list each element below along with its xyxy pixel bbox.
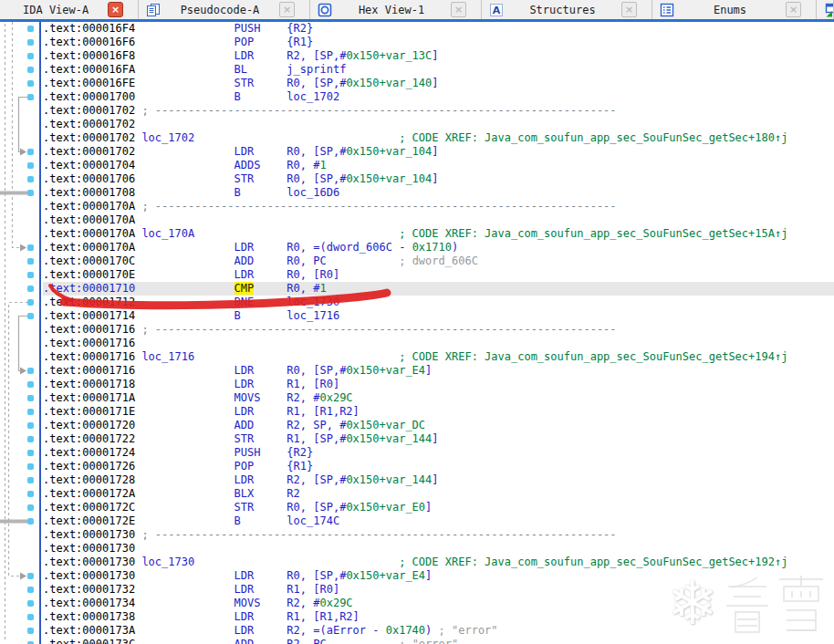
operand[interactable]: 0x150+var_104 bbox=[346, 172, 432, 185]
mnemonic[interactable]: STR bbox=[235, 77, 255, 89]
address[interactable]: .text:000016F6 bbox=[43, 36, 135, 48]
asm-line[interactable]: .text:00001704 ADDS R0, #1 bbox=[43, 159, 834, 172]
operand[interactable]: ) bbox=[452, 241, 458, 254]
operand[interactable]: ] bbox=[425, 364, 432, 377]
asm-line[interactable]: .text:00001738 LDR R1, [R1,R2] bbox=[43, 610, 834, 624]
operand[interactable]: ] bbox=[432, 432, 438, 445]
address[interactable]: .text:00001730 bbox=[43, 528, 135, 541]
operand[interactable]: loc_16D6 bbox=[287, 186, 339, 199]
asm-line[interactable]: .text:00001730 LDR R0, [SP,#0x150+var_E4… bbox=[43, 569, 834, 583]
operand[interactable]: R0, [SP,# bbox=[287, 364, 346, 377]
asm-line[interactable]: .text:00001714 B loc_1716 bbox=[43, 309, 834, 323]
operand[interactable]: ] bbox=[432, 473, 438, 486]
operand[interactable]: 0x150+var_144 bbox=[346, 432, 432, 445]
address[interactable]: .text:00001730 bbox=[43, 569, 135, 582]
operand[interactable]: ] bbox=[432, 172, 438, 185]
xref-comment[interactable]: ; CODE XREF: Java_com_soufun_app_sec_Sou… bbox=[399, 227, 787, 240]
address[interactable]: .text:00001710 bbox=[43, 282, 135, 295]
asm-line[interactable]: .text:0000170A ; -----------------------… bbox=[43, 200, 834, 213]
operand[interactable]: 1 bbox=[319, 282, 326, 295]
asm-line[interactable]: .text:00001710 CMP R0, #1 bbox=[43, 282, 834, 296]
asm-line[interactable]: .text:00001706 STR R0, [SP,#0x150+var_10… bbox=[43, 172, 834, 186]
asm-line[interactable]: .text:00001712 BNE loc_1730 bbox=[43, 296, 834, 309]
address[interactable]: .text:00001720 bbox=[43, 419, 135, 431]
address[interactable]: .text:00001714 bbox=[43, 309, 135, 322]
asm-line[interactable]: .text:00001732 LDR R1, [R0] bbox=[43, 583, 834, 597]
address[interactable]: .text:0000173A bbox=[43, 624, 135, 637]
address[interactable]: .text:00001718 bbox=[43, 378, 135, 390]
operand[interactable]: R0, =(dword_606C - bbox=[287, 241, 412, 254]
asm-line[interactable]: .text:00001718 LDR R1, [R0] bbox=[43, 378, 834, 391]
operand[interactable]: R0, [SP,# bbox=[287, 569, 346, 582]
address[interactable]: .text:0000172C bbox=[43, 501, 135, 514]
mnemonic[interactable]: B bbox=[235, 514, 241, 527]
address[interactable]: .text:000016F8 bbox=[43, 49, 135, 62]
mnemonic[interactable]: STR bbox=[235, 432, 255, 445]
address[interactable]: .text:00001722 bbox=[43, 432, 135, 445]
xref-comment[interactable]: ; CODE XREF: Java_com_soufun_app_sec_Sou… bbox=[399, 131, 787, 144]
operand[interactable]: {R1} bbox=[287, 36, 313, 48]
operand[interactable]: ] bbox=[432, 77, 438, 89]
operand[interactable]: 0x1740 bbox=[386, 624, 425, 637]
mnemonic[interactable]: ADD bbox=[235, 419, 255, 431]
address[interactable]: .text:0000172E bbox=[43, 514, 135, 527]
operand[interactable]: R2, SP, # bbox=[287, 419, 346, 431]
operand[interactable]: R1, [R1,R2] bbox=[287, 610, 359, 623]
mnemonic[interactable]: LDR bbox=[235, 241, 255, 254]
mnemonic[interactable]: B bbox=[235, 90, 241, 103]
operand[interactable]: 0x1710 bbox=[412, 241, 452, 254]
address[interactable]: .text:00001732 bbox=[43, 583, 135, 596]
mnemonic[interactable]: POP bbox=[235, 460, 255, 473]
operand[interactable]: 0x150+var_E4 bbox=[346, 569, 425, 582]
mnemonic[interactable]: LDR bbox=[235, 49, 255, 62]
operand[interactable]: R1, [SP,# bbox=[287, 432, 346, 445]
address[interactable]: .text:00001728 bbox=[43, 473, 135, 486]
address[interactable]: .text:00001702 bbox=[43, 145, 135, 158]
asm-line[interactable]: .text:0000173A LDR R2, =(aError - 0x1740… bbox=[43, 624, 834, 638]
address[interactable]: .text:00001730 bbox=[43, 556, 135, 568]
mnemonic[interactable]: LDR bbox=[235, 378, 255, 390]
code-label[interactable]: loc_1716 bbox=[141, 350, 194, 363]
mnemonic[interactable]: POP bbox=[235, 36, 255, 48]
operand[interactable]: R0, [SP,# bbox=[287, 501, 346, 514]
address[interactable]: .text:00001704 bbox=[43, 159, 135, 171]
mnemonic[interactable]: MOVS bbox=[235, 597, 261, 609]
operand[interactable]: {R1} bbox=[287, 460, 313, 473]
close-tab-icon[interactable]: × bbox=[279, 2, 295, 17]
asm-line[interactable]: .text:0000170A loc_170A ; CODE XREF: Jav… bbox=[43, 227, 834, 241]
asm-line[interactable]: .text:00001702 LDR R0, [SP,#0x150+var_10… bbox=[43, 145, 834, 159]
operand[interactable]: R2, PC bbox=[287, 638, 326, 644]
asm-line[interactable]: .text:00001728 LDR R2, [SP,#0x150+var_14… bbox=[43, 473, 834, 487]
tab-pseudocode-a[interactable]: Pseudocode-A× bbox=[139, 0, 310, 19]
mnemonic[interactable]: MOVS bbox=[235, 391, 261, 404]
address[interactable]: .text:0000170A bbox=[43, 200, 135, 213]
mnemonic[interactable]: LDR bbox=[235, 145, 255, 158]
address[interactable]: .text:000016FE bbox=[43, 77, 135, 89]
operand[interactable]: 1 bbox=[319, 159, 326, 171]
mnemonic[interactable]: LDR bbox=[235, 473, 255, 486]
asm-line[interactable]: .text:00001716 loc_1716 ; CODE XREF: Jav… bbox=[43, 350, 834, 364]
asm-line[interactable]: .text:00001702 loc_1702 ; CODE XREF: Jav… bbox=[43, 131, 834, 145]
operand[interactable]: j_sprintf bbox=[287, 63, 346, 76]
close-tab-icon[interactable]: × bbox=[451, 2, 466, 17]
mnemonic[interactable]: LDR bbox=[235, 624, 255, 637]
mnemonic[interactable]: CMP bbox=[235, 282, 255, 295]
code-label[interactable]: loc_1702 bbox=[141, 131, 194, 144]
code-label[interactable]: loc_1730 bbox=[141, 556, 194, 568]
asm-line[interactable]: .text:0000172E B loc_174C bbox=[43, 514, 834, 528]
asm-line[interactable]: .text:0000170A LDR R0, =(dword_606C - 0x… bbox=[43, 241, 834, 254]
asm-line[interactable]: .text:000016FA BL j_sprintf bbox=[43, 63, 834, 77]
mnemonic[interactable]: STR bbox=[235, 172, 255, 185]
address[interactable]: .text:0000172A bbox=[43, 487, 135, 500]
tab-ida-view-a[interactable]: IDA View-A× bbox=[0, 0, 139, 19]
operand[interactable]: R0, [SP,# bbox=[287, 145, 346, 158]
operand[interactable]: R2, [SP,# bbox=[287, 49, 346, 62]
asm-line[interactable]: .text:000016FE STR R0, [SP,#0x150+var_14… bbox=[43, 77, 834, 90]
asm-line[interactable]: .text:00001702 ; -----------------------… bbox=[43, 104, 834, 118]
operand[interactable]: {R2} bbox=[287, 22, 313, 35]
mnemonic[interactable]: ADD bbox=[235, 254, 255, 267]
operand[interactable]: R2, # bbox=[287, 391, 319, 404]
operand[interactable]: R1, [R1,R2] bbox=[287, 405, 359, 418]
mnemonic[interactable]: LDR bbox=[235, 583, 255, 596]
address[interactable]: .text:00001738 bbox=[43, 610, 135, 623]
